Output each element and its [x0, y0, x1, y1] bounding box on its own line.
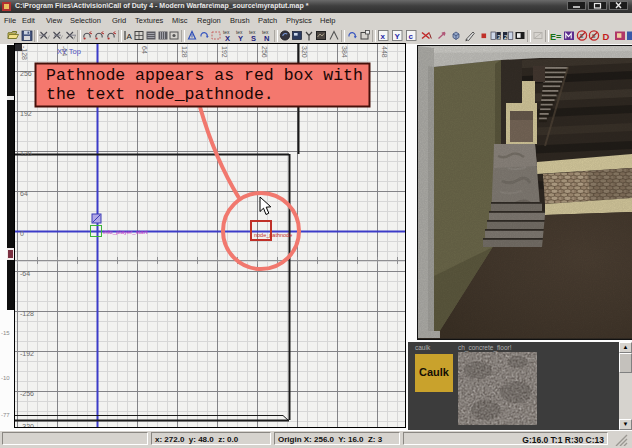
svg-text:192: 192 — [20, 110, 32, 117]
svg-text:Y: Y — [395, 32, 401, 41]
svg-text:448: 448 — [381, 46, 388, 58]
svg-text:320: 320 — [301, 46, 308, 58]
svg-text:256: 256 — [20, 70, 32, 77]
svg-text:N: N — [264, 34, 269, 42]
svg-text:384: 384 — [341, 46, 348, 58]
svg-text:S: S — [592, 33, 596, 39]
svg-text:E=: E= — [550, 32, 561, 42]
svg-text:XY Top: XY Top — [57, 47, 81, 56]
svg-text:-128: -128 — [21, 46, 28, 60]
svg-text:128: 128 — [181, 46, 188, 58]
svg-text:Y: Y — [238, 34, 243, 42]
svg-text:x: x — [381, 32, 386, 41]
svg-text:node_pathnode: node_pathnode — [254, 232, 292, 238]
svg-text:Pathnode appears as red box wi: Pathnode appears as red box with — [46, 66, 363, 85]
svg-text:-192: -192 — [20, 350, 34, 357]
svg-text:-256: -256 — [20, 390, 34, 397]
svg-text:c: c — [409, 32, 414, 41]
svg-text:64: 64 — [141, 46, 148, 54]
svg-text:S: S — [251, 34, 256, 42]
svg-text:0: 0 — [20, 230, 24, 237]
svg-text:192: 192 — [221, 46, 228, 58]
svg-text:128: 128 — [20, 150, 32, 157]
svg-text:E: E — [580, 33, 584, 39]
svg-text:256: 256 — [261, 46, 268, 58]
svg-text:-128: -128 — [20, 310, 34, 317]
svg-text:the text node_pathnode.: the text node_pathnode. — [46, 85, 274, 104]
svg-text:-64: -64 — [20, 270, 30, 277]
svg-text:64: 64 — [20, 190, 28, 197]
svg-text:X: X — [225, 34, 230, 42]
svg-text:info_player_start: info_player_start — [103, 229, 148, 235]
svg-text:D: D — [603, 31, 610, 42]
svg-text:A: A — [127, 32, 133, 41]
svg-text:-320: -320 — [20, 423, 34, 427]
